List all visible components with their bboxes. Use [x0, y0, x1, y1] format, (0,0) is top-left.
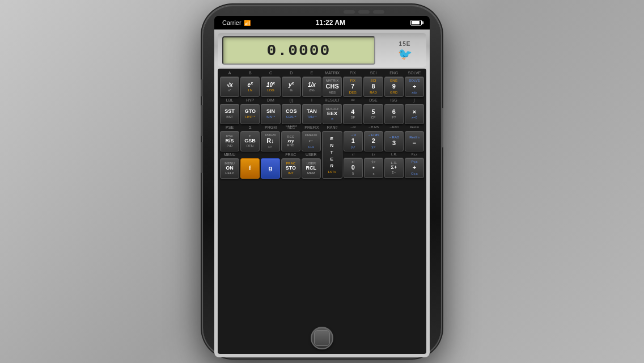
col-labels-row4: MENU FRAC USER: [220, 153, 321, 157]
1x-button[interactable]: 1/x Δ%: [302, 77, 321, 97]
4-button[interactable]: 4 SF: [343, 104, 362, 124]
calculator-body: 0.0000 15E 🐦 A B C D E MATRIX FIX: [214, 29, 430, 357]
7-button[interactable]: FIX 7 DEG: [343, 77, 362, 97]
col-labels-row3: PSE Σ PRGM REG CLEAR PREFIX RAN# →R →H.M…: [220, 125, 424, 130]
power-button[interactable]: [441, 108, 443, 147]
hp-logo-icon: 🐦: [398, 47, 412, 61]
rows-3-4-container: PSE R/S P/R Σ GSB RTN PRGM R: [220, 131, 424, 179]
rcl-button[interactable]: USER RCL MEM: [302, 158, 321, 179]
enter-button[interactable]: ENTER LSTx: [322, 131, 342, 179]
dot-button[interactable]: ŷ,r • s: [364, 158, 383, 178]
rs-button[interactable]: PSE R/S P/R: [220, 131, 239, 151]
top-btn-2[interactable]: [358, 10, 370, 14]
6-button[interactable]: 6 F?: [384, 104, 404, 124]
sin-button[interactable]: SIN SIN⁻¹: [261, 104, 280, 124]
ex-button[interactable]: ex LN: [240, 77, 260, 97]
btn-row-3b: →R 1 ŷ,r →H.MS 2 ŷ,r →RAD 3: [344, 131, 424, 151]
sst-button[interactable]: SST BST: [220, 104, 239, 124]
right-4-cols: →R 1 ŷ,r →H.MS 2 ŷ,r →RAD 3: [344, 131, 424, 179]
col-labels-row1: A B C D E MATRIX FIX SCI ENG SOLVE: [220, 71, 424, 75]
btn-row-4b: x! 0 x̄ ŷ,r • s L.R. Σ+: [344, 158, 424, 178]
rdown-button[interactable]: PRGM R↓ R↑: [261, 131, 280, 151]
3-button[interactable]: →RAD 3: [384, 131, 404, 151]
screen-area: Carrier 📶 11:22 AM 0.0000 15E 🐦: [214, 16, 430, 357]
col-labels-row2: LBL HYP DIM (i) I RESULT x≥ DSE ISG ∫: [220, 98, 424, 103]
1-button[interactable]: →R 1 ŷ,r: [344, 131, 363, 151]
time-display: 11:22 AM: [316, 19, 345, 27]
display-value: 0.0000: [267, 42, 331, 60]
g-button[interactable]: g: [261, 158, 280, 179]
mute-button[interactable]: [201, 79, 203, 96]
btn-row-2: SST BST GTO HYP⁻¹ SIN SIN⁻¹ COS COS⁻¹: [220, 104, 424, 124]
plus-button[interactable]: Py,x + Cy,x: [405, 158, 424, 178]
5-button[interactable]: 5 CF: [363, 104, 383, 124]
model-label: 15E: [399, 41, 411, 47]
8-button[interactable]: SCI 8 RAD: [363, 77, 383, 97]
multiply-button[interactable]: × x=0: [405, 104, 424, 124]
wifi-icon: 📶: [244, 20, 251, 26]
home-button-inner: [314, 330, 330, 346]
volume-up-button[interactable]: [201, 105, 203, 136]
10x-button[interactable]: 10x LOG: [261, 77, 280, 97]
sigma-plus-button[interactable]: L.R. Σ+ Σ−: [384, 158, 404, 178]
2-button[interactable]: →H.MS 2 ŷ,r: [364, 131, 383, 151]
top-btn-1[interactable]: [344, 10, 355, 14]
volume-down-button[interactable]: [201, 142, 203, 173]
yx-button[interactable]: yx %: [282, 77, 301, 97]
divide-button[interactable]: SOLVE ÷ x≤y: [405, 77, 424, 97]
on-button[interactable]: MENU ON HELP: [220, 158, 239, 179]
9-button[interactable]: ENG 9 GRD: [384, 77, 404, 97]
top-btn-3[interactable]: [373, 10, 384, 14]
backspace-button[interactable]: PREFIX ← CLx: [302, 131, 321, 151]
sqrt-button[interactable]: √x x²: [220, 77, 239, 97]
enter-col: ENTER LSTx: [322, 131, 342, 179]
minus-button[interactable]: Re≤Im −: [405, 131, 424, 151]
gsb-button[interactable]: Σ GSB RTN: [240, 131, 260, 151]
btn-row-1: √x x² ex LN 10x LOG yx %: [220, 77, 424, 97]
eex-button[interactable]: RESULT EEX π: [323, 104, 342, 124]
tan-button[interactable]: TAN TAN⁻¹: [302, 104, 321, 124]
btn-row-3a: PSE R/S P/R Σ GSB RTN PRGM R: [220, 131, 321, 151]
top-buttons: [344, 10, 384, 14]
phone-shell: Carrier 📶 11:22 AM 0.0000 15E 🐦: [203, 6, 441, 357]
f-button[interactable]: f: [240, 158, 260, 179]
status-bar: Carrier 📶 11:22 AM: [214, 16, 430, 29]
carrier-label: Carrier: [222, 19, 242, 26]
xzy-button[interactable]: REG xzy RND: [281, 131, 300, 151]
battery-indicator: [410, 20, 422, 26]
display-screen: 0.0000: [222, 36, 375, 65]
btn-row-4a: MENU ON HELP f g FRAC: [220, 158, 321, 179]
col-labels-row4r: x! ŷ,r L.R. Py,x: [344, 153, 424, 157]
0-button[interactable]: x! 0 x̄: [344, 158, 363, 178]
display-section: 0.0000 15E 🐦: [218, 33, 426, 67]
carrier-info: Carrier 📶: [222, 19, 251, 26]
chs-button[interactable]: MATRIX CHS ABS: [323, 77, 342, 97]
home-button[interactable]: [311, 327, 333, 349]
sto-button[interactable]: FRAC STO INT: [281, 158, 300, 179]
keypad: A B C D E MATRIX FIX SCI ENG SOLVE √x x²: [218, 69, 426, 354]
logo-area: 15E 🐦: [388, 41, 422, 61]
left-5-cols: PSE R/S P/R Σ GSB RTN PRGM R: [220, 131, 321, 179]
cos-button[interactable]: COS COS⁻¹: [282, 104, 301, 124]
gto-button[interactable]: GTO HYP⁻¹: [240, 104, 260, 124]
